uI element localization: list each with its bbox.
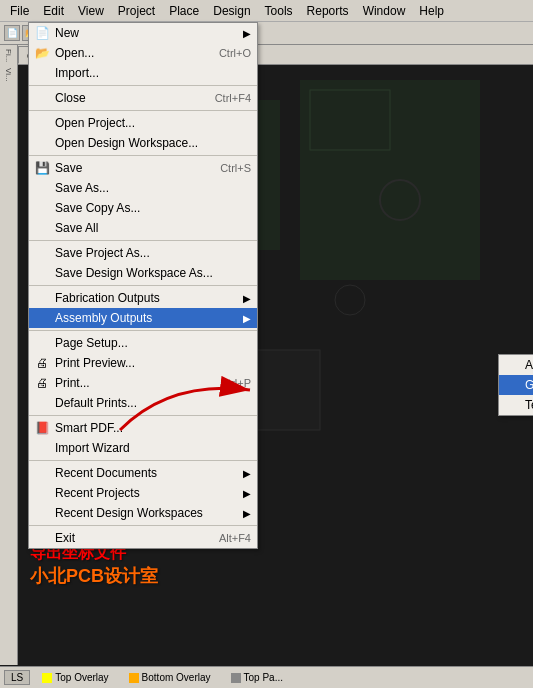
menu-item-default-prints[interactable]: Default Prints...: [29, 393, 257, 413]
new-icon: 📄: [33, 24, 51, 42]
divider-4: [29, 240, 257, 241]
pdf-icon: 📕: [33, 419, 51, 437]
save-icon: 💾: [33, 159, 51, 177]
recent-projects-arrow: ▶: [243, 488, 251, 499]
submenu-item-test-point[interactable]: Test Point Report: [499, 395, 533, 415]
bottom-overlay-color: [129, 673, 139, 683]
top-pa-indicator: Top Pa...: [223, 671, 291, 684]
divider-3: [29, 155, 257, 156]
top-overlay-indicator: Top Overlay: [34, 671, 116, 684]
menu-item-new[interactable]: 📄 New ▶: [29, 23, 257, 43]
status-bar: LS Top Overlay Bottom Overlay Top Pa...: [0, 666, 533, 688]
menu-project[interactable]: Project: [112, 3, 161, 19]
menu-item-save-as[interactable]: Save As...: [29, 178, 257, 198]
new-arrow: ▶: [243, 28, 251, 39]
bottom-overlay-indicator: Bottom Overlay: [121, 671, 219, 684]
open-icon: 📂: [33, 44, 51, 62]
menu-item-import-wizard[interactable]: Import Wizard: [29, 438, 257, 458]
menu-help[interactable]: Help: [413, 3, 450, 19]
menu-design[interactable]: Design: [207, 3, 256, 19]
submenu-item-assembly-drawings[interactable]: Assembly Drawings: [499, 355, 533, 375]
menu-item-print[interactable]: 🖨 Print... Ctrl+P: [29, 373, 257, 393]
menu-place[interactable]: Place: [163, 3, 205, 19]
assembly-submenu[interactable]: Assembly Drawings Generates pick and pla…: [498, 354, 533, 416]
menu-item-save-design-workspace[interactable]: Save Design Workspace As...: [29, 263, 257, 283]
divider-5: [29, 285, 257, 286]
assembly-arrow: ▶: [243, 313, 251, 324]
file-menu[interactable]: 📄 New ▶ 📂 Open... Ctrl+O Import... Close…: [28, 22, 258, 549]
sidebar-label-files: Fi...: [4, 49, 13, 62]
menu-item-fabrication[interactable]: Fabrication Outputs ▶: [29, 288, 257, 308]
menu-edit[interactable]: Edit: [37, 3, 70, 19]
divider-1: [29, 85, 257, 86]
divider-8: [29, 460, 257, 461]
divider-2: [29, 110, 257, 111]
divider-7: [29, 415, 257, 416]
menu-item-page-setup[interactable]: Page Setup...: [29, 333, 257, 353]
menu-item-recent-docs[interactable]: Recent Documents ▶: [29, 463, 257, 483]
fabrication-arrow: ▶: [243, 293, 251, 304]
recent-docs-arrow: ▶: [243, 468, 251, 479]
left-sidebar: Fi... Vi...: [0, 45, 18, 665]
top-pa-color: [231, 673, 241, 683]
menu-item-recent-workspaces[interactable]: Recent Design Workspaces ▶: [29, 503, 257, 523]
menu-item-recent-projects[interactable]: Recent Projects ▶: [29, 483, 257, 503]
menu-reports[interactable]: Reports: [301, 3, 355, 19]
menu-item-close[interactable]: Close Ctrl+F4: [29, 88, 257, 108]
menu-file[interactable]: File: [4, 3, 35, 19]
menu-item-open-project[interactable]: Open Project...: [29, 113, 257, 133]
menu-item-smart-pdf[interactable]: 📕 Smart PDF...: [29, 418, 257, 438]
menu-item-save-copy[interactable]: Save Copy As...: [29, 198, 257, 218]
divider-6: [29, 330, 257, 331]
menu-item-open[interactable]: 📂 Open... Ctrl+O: [29, 43, 257, 63]
print-preview-icon: 🖨: [33, 354, 51, 372]
print-icon: 🖨: [33, 374, 51, 392]
recent-workspaces-arrow: ▶: [243, 508, 251, 519]
toolbar-btn-new[interactable]: 📄: [4, 25, 20, 41]
divider-9: [29, 525, 257, 526]
menu-item-save-project[interactable]: Save Project As...: [29, 243, 257, 263]
menu-view[interactable]: View: [72, 3, 110, 19]
menu-item-save-all[interactable]: Save All: [29, 218, 257, 238]
menu-bar-row: File Edit View Project Place Design Tool…: [0, 0, 533, 22]
menu-item-save[interactable]: 💾 Save Ctrl+S: [29, 158, 257, 178]
menu-window[interactable]: Window: [357, 3, 412, 19]
menu-bar: File Edit View Project Place Design Tool…: [4, 0, 450, 21]
menu-item-assembly[interactable]: Assembly Outputs ▶: [29, 308, 257, 328]
menu-item-open-workspace[interactable]: Open Design Workspace...: [29, 133, 257, 153]
sidebar-label-view: Vi...: [4, 68, 13, 82]
menu-tools[interactable]: Tools: [259, 3, 299, 19]
top-overlay-color: [42, 673, 52, 683]
menu-item-import[interactable]: Import...: [29, 63, 257, 83]
menu-item-print-preview[interactable]: 🖨 Print Preview...: [29, 353, 257, 373]
submenu-item-pick-place[interactable]: Generates pick and place files: [499, 375, 533, 395]
menu-item-exit[interactable]: Exit Alt+F4: [29, 528, 257, 548]
status-ls: LS: [4, 670, 30, 685]
